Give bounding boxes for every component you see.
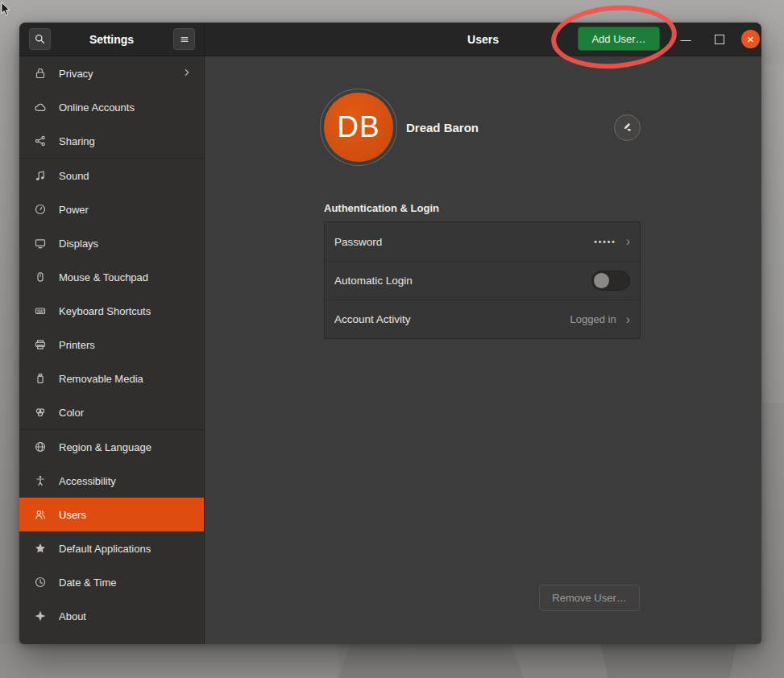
minimize-button[interactable]: — [676,23,695,56]
sidebar: Privacy Online Accounts Sharing Sound Po… [19,56,205,644]
avatar: DB [324,93,393,162]
sidebar-item-sound[interactable]: Sound [19,159,204,192]
menu-button[interactable] [173,28,195,50]
sidebar-item-power[interactable]: Power [19,192,204,226]
account-activity-value: Logged in [570,313,616,325]
sidebar-item-accessibility[interactable]: Accessibility [19,464,204,498]
sidebar-item-removable-media[interactable]: Removable Media [19,362,204,395]
sidebar-item-label: Mouse & Touchpad [59,271,148,283]
titlebar-sidebar-section: Settings [19,23,205,56]
sidebar-item-users[interactable]: Users [19,498,204,531]
sidebar-item-label: Color [59,407,84,419]
keyboard-icon [34,304,47,317]
sidebar-item-label: Accessibility [59,475,116,487]
power-icon [34,203,47,216]
chevron-right-icon: › [626,235,630,248]
edit-user-button[interactable] [614,114,641,141]
color-icon [34,406,47,419]
clock-icon [34,576,47,589]
printer-icon [34,338,47,351]
sidebar-item-label: Sound [59,170,89,182]
sidebar-item-displays[interactable]: Displays [19,226,204,260]
sparkle-icon [34,610,47,622]
sidebar-item-label: Users [59,509,86,521]
auth-login-list: Password ••••• › Automatic Login Account… [324,221,641,339]
sidebar-item-color[interactable]: Color [19,395,204,429]
mouse-icon [34,271,47,283]
automatic-login-toggle[interactable] [591,271,630,291]
pencil-icon [621,120,633,135]
sidebar-item-default-applications[interactable]: Default Applications [19,531,204,565]
sidebar-item-mouse-touchpad[interactable]: Mouse & Touchpad [19,260,204,294]
share-icon [34,134,47,147]
sidebar-item-about[interactable]: About [19,599,204,633]
titlebar-content-section: Users Add User… — × [205,23,761,56]
maximize-button[interactable] [715,35,724,44]
hamburger-icon [179,34,190,45]
cloud-icon [34,101,47,114]
automatic-login-row: Automatic Login [325,261,640,300]
user-header: DB Dread Baron [324,89,641,166]
sidebar-item-label: Sharing [59,135,95,147]
sidebar-item-label: Date & Time [59,577,117,589]
wallpaper-facet [0,644,338,678]
sidebar-item-sharing[interactable]: Sharing [19,124,204,158]
toggle-knob [594,273,609,288]
section-title: Authentication & Login [324,202,641,214]
lock-icon [34,67,47,80]
close-button[interactable]: × [741,30,760,48]
usb-icon [34,372,47,385]
sidebar-item-keyboard-shortcuts[interactable]: Keyboard Shortcuts [19,294,204,328]
chevron-right-icon [181,67,193,81]
account-activity-row[interactable]: Account Activity Logged in › [325,300,640,338]
star-icon [34,542,47,555]
sidebar-item-printers[interactable]: Printers [19,328,204,362]
sidebar-item-label: Power [59,204,89,216]
password-row[interactable]: Password ••••• › [325,222,640,261]
automatic-login-label: Automatic Login [334,275,413,287]
content-column: DB Dread Baron Authentication & Login Pa… [324,89,641,339]
main-content: DB Dread Baron Authentication & Login Pa… [205,56,761,644]
sidebar-item-date-time[interactable]: Date & Time [19,565,204,599]
chevron-right-icon: › [626,313,630,326]
sidebar-item-label: Region & Language [59,441,151,453]
globe-icon [34,440,47,453]
sidebar-item-label: Default Applications [59,543,151,555]
display-icon [34,237,47,250]
user-name: Dread Baron [406,121,479,134]
titlebar: Settings Users Add User… — × [19,23,761,56]
sound-icon [34,169,47,182]
sidebar-item-label: Removable Media [59,373,143,385]
users-icon [34,508,47,521]
sidebar-item-label: About [59,610,86,622]
sidebar-item-label: Keyboard Shortcuts [59,305,151,317]
sidebar-item-privacy[interactable]: Privacy [19,56,204,90]
sidebar-item-label: Displays [59,238,98,250]
avatar-initials: DB [337,110,380,144]
password-label: Password [334,236,382,248]
account-activity-label: Account Activity [334,313,411,325]
add-user-button[interactable]: Add User… [578,27,660,51]
sidebar-item-label: Online Accounts [59,101,135,114]
password-dots: ••••• [594,238,616,246]
accessibility-icon [34,474,47,487]
sidebar-item-label: Printers [59,339,95,351]
sidebar-item-region-language[interactable]: Region & Language [19,430,204,464]
remove-user-button[interactable]: Remove User… [539,585,640,611]
sidebar-item-online-accounts[interactable]: Online Accounts [19,90,204,124]
mouse-cursor [1,2,11,20]
sidebar-item-label: Privacy [59,68,93,80]
settings-window: Settings Users Add User… — × Privacy Onl… [19,23,761,644]
